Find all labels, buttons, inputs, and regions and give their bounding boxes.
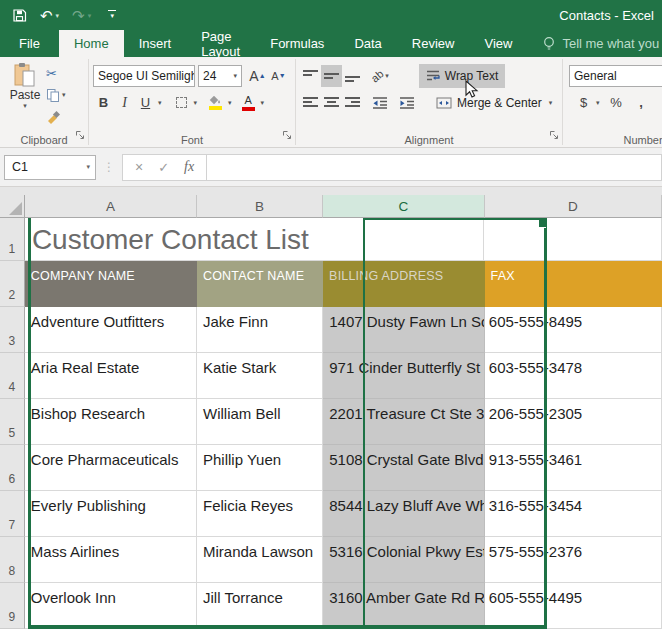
column-header-a[interactable]: A — [25, 195, 197, 218]
font-name-combo[interactable]: Segoe UI Semiligh ▾ — [93, 65, 195, 87]
tab-review[interactable]: Review — [397, 30, 470, 57]
redo-button[interactable]: ↷ ▾ — [72, 8, 91, 23]
name-box-dropdown-icon[interactable]: ▾ — [86, 163, 90, 171]
cell-company[interactable]: Mass Airlines — [25, 537, 197, 583]
cell-fax[interactable]: 603-555-3478 — [485, 353, 662, 399]
customize-qat-button[interactable]: ▾ — [108, 10, 116, 21]
row-header-9[interactable]: 9 — [0, 583, 25, 629]
column-header-b[interactable]: B — [197, 195, 323, 218]
cell-contact[interactable]: Phillip Yuen — [197, 445, 323, 491]
grow-font-button[interactable]: A▲ — [247, 65, 268, 87]
font-color-dropdown-icon[interactable]: ▾ — [261, 99, 265, 107]
cell-fax[interactable]: 605-555-8495 — [485, 307, 662, 353]
cell-contact-header[interactable]: CONTACT NAME — [197, 261, 323, 307]
cell-address[interactable]: 5108 Crystal Gate Blvd Tv — [323, 445, 485, 491]
font-size-dropdown-icon[interactable]: ▾ — [230, 72, 237, 80]
clipboard-dialog-launcher[interactable] — [75, 126, 85, 144]
borders-dropdown-icon[interactable]: ▾ — [194, 99, 198, 107]
borders-button[interactable] — [171, 92, 192, 114]
cell-contact[interactable]: Katie Stark — [197, 353, 323, 399]
tab-file[interactable]: File — [0, 30, 59, 57]
undo-button[interactable]: ↶ ▾ — [40, 8, 59, 23]
orientation-button[interactable]: ab ▾ — [371, 70, 389, 82]
comma-format-button[interactable]: , — [631, 92, 652, 114]
cell-company-header[interactable]: COMPANY NAME — [25, 261, 197, 307]
insert-function-icon[interactable]: fx — [184, 159, 194, 175]
top-align-button[interactable] — [300, 65, 321, 87]
row-header-5[interactable]: 5 — [0, 399, 25, 445]
row-header-8[interactable]: 8 — [0, 537, 25, 583]
cell-company[interactable]: Aria Real Estate — [25, 353, 197, 399]
cell-company[interactable]: Adventure Outfitters — [25, 307, 197, 353]
cell-fax[interactable]: 605-555-4495 — [485, 583, 662, 629]
cell-company[interactable]: Core Pharmaceuticals — [25, 445, 197, 491]
cell-company[interactable]: Bishop Research — [25, 399, 197, 445]
row-header-2[interactable]: 2 — [0, 261, 25, 307]
tab-formulas[interactable]: Formulas — [255, 30, 339, 57]
tab-insert[interactable]: Insert — [124, 30, 187, 57]
cell-fax-header[interactable]: FAX — [485, 261, 662, 307]
paste-dropdown-icon[interactable]: ▾ — [23, 102, 27, 110]
bottom-align-button[interactable] — [342, 65, 363, 87]
fill-color-dropdown-icon[interactable]: ▾ — [228, 99, 232, 107]
cell-c1-active[interactable] — [323, 218, 485, 261]
bold-button[interactable]: B — [93, 92, 114, 114]
alignment-dialog-launcher[interactable] — [549, 126, 559, 144]
column-header-d[interactable]: D — [485, 195, 662, 218]
cell-contact[interactable]: Felicia Reyes — [197, 491, 323, 537]
shrink-font-button[interactable]: A▼ — [268, 65, 289, 87]
cut-button[interactable]: ✂ — [46, 64, 66, 82]
font-size-combo[interactable]: 24 ▾ — [198, 65, 242, 87]
cell-company[interactable]: Everly Publishing — [25, 491, 197, 537]
cell-fax[interactable]: 575-555-2376 — [485, 537, 662, 583]
formula-input[interactable] — [207, 154, 662, 181]
cell-address[interactable]: 971 Cinder Butterfly St St — [323, 353, 485, 399]
percent-format-button[interactable]: % — [606, 92, 627, 114]
cell-contact[interactable]: Jill Torrance — [197, 583, 323, 629]
decrease-indent-button[interactable] — [369, 92, 390, 114]
align-center-button[interactable] — [321, 92, 342, 114]
format-painter-button[interactable] — [46, 108, 66, 126]
cell-address[interactable]: 5316 Colonial Pkwy Ester — [323, 537, 485, 583]
align-right-button[interactable] — [342, 92, 363, 114]
cell-address[interactable]: 1407 Dusty Fawn Ln Soap — [323, 307, 485, 353]
cell-fax[interactable]: 913-555-3461 — [485, 445, 662, 491]
align-left-button[interactable] — [300, 92, 321, 114]
cell-address[interactable]: 2201 Treasure Ct Ste 301 — [323, 399, 485, 445]
cell-fax[interactable]: 316-555-3454 — [485, 491, 662, 537]
cell-address[interactable]: 3160 Amber Gate Rd Rod — [323, 583, 485, 629]
currency-format-button[interactable]: $ — [573, 92, 594, 114]
undo-dropdown-icon[interactable]: ▾ — [56, 12, 60, 19]
row-header-3[interactable]: 3 — [0, 307, 25, 353]
row-header-4[interactable]: 4 — [0, 353, 25, 399]
underline-dropdown-icon[interactable]: ▾ — [158, 99, 162, 107]
select-all-corner[interactable] — [0, 195, 25, 218]
font-dialog-launcher[interactable] — [282, 126, 292, 144]
paste-button[interactable]: Paste ▾ — [4, 62, 46, 132]
currency-dropdown-icon[interactable]: ▾ — [596, 99, 600, 107]
save-button[interactable] — [12, 8, 27, 23]
row-header-7[interactable]: 7 — [0, 491, 25, 537]
row-header-6[interactable]: 6 — [0, 445, 25, 491]
font-color-button[interactable]: A — [238, 92, 259, 114]
cell-d1[interactable] — [484, 218, 662, 261]
row-header-1[interactable]: 1 — [0, 218, 25, 261]
cell-contact[interactable]: William Bell — [197, 399, 323, 445]
tell-me-box[interactable]: Tell me what you wa — [543, 30, 662, 57]
tab-data[interactable]: Data — [339, 30, 396, 57]
tab-home[interactable]: Home — [59, 30, 124, 57]
enter-icon[interactable]: ✓ — [158, 160, 169, 175]
cell-contact[interactable]: Miranda Lawson — [197, 537, 323, 583]
merge-center-button[interactable]: Merge & Center ▾ — [432, 91, 556, 115]
cancel-icon[interactable]: × — [135, 159, 143, 175]
cell-address[interactable]: 8544 Lazy Bluff Ave Whis — [323, 491, 485, 537]
fill-handle[interactable] — [538, 220, 546, 228]
underline-button[interactable]: U — [135, 92, 156, 114]
cell-billing-header[interactable]: BILLING ADDRESS — [323, 261, 485, 307]
italic-button[interactable]: I — [114, 92, 135, 114]
middle-align-button[interactable] — [321, 65, 342, 87]
tab-page-layout[interactable]: Page Layout — [186, 30, 255, 57]
number-format-combo[interactable]: General — [569, 65, 662, 87]
name-box[interactable]: C1 ▾ — [4, 155, 96, 180]
column-header-c[interactable]: C — [323, 195, 484, 218]
